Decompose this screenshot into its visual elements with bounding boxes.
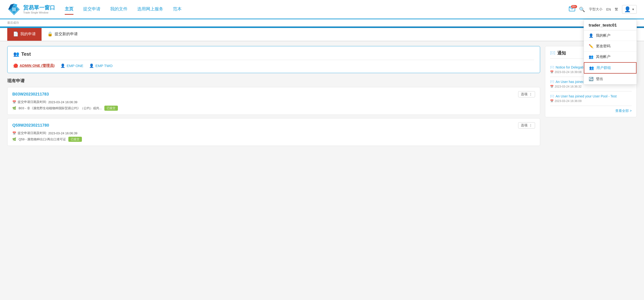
options-button-2[interactable]: 选项 ⋮ <box>518 122 535 129</box>
dropdown-user-group[interactable]: 👥 用户群组 <box>584 62 636 74</box>
dropdown-logout[interactable]: ↪️ 登出 <box>584 74 636 84</box>
header-right: 99+ 🔍 字型大小 EN 繁 👤 ▼ <box>569 5 637 14</box>
user-icon: 👤 <box>624 6 631 12</box>
desc-icon-2: 🌿 <box>12 138 16 141</box>
chevron-down-icon: ▼ <box>632 8 634 11</box>
status-badge-1: 已提交 <box>104 106 118 111</box>
dropdown-change-password-label: 更改密码 <box>596 44 610 48</box>
notif-date-3: 📅 2023-03-24 16:36:09 <box>550 99 632 103</box>
section-current-title: 现有申请 <box>7 78 540 84</box>
date-value-1: 2023-03-24 16:06:39 <box>48 100 78 104</box>
notif-date-value-1: 2023-03-24 16:39:08 <box>554 70 582 74</box>
last-login-text: 最后成功 <box>7 21 19 24</box>
notif-text-1: Notice for Delegation <box>556 65 587 69</box>
logo-icon <box>7 3 21 16</box>
app-card-1: B03W20230211783 选项 ⋮ 📅 提交申请日期及时间: 2023-0… <box>7 87 540 115</box>
user-group-card: 👥 Test 🔴 ADMIN ONE (管理员) 👤 EMP ONE 👤 EMP… <box>7 46 540 73</box>
app-meta-2: 📅 提交申请日期及时间: 2023-03-24 16:06:39 <box>12 131 535 135</box>
more-icon-1: ⋮ <box>529 92 532 96</box>
dropdown-logout-label: 登出 <box>596 77 603 81</box>
notif-mail-icon-3: ✉️ <box>550 94 554 98</box>
options-label-2: 选项 <box>521 123 528 128</box>
lang-tc-button[interactable]: 繁 <box>615 7 618 11</box>
app-card-1-header: B03W20230211783 选项 ⋮ <box>12 91 535 97</box>
members-row: 🔴 ADMIN ONE (管理员) 👤 EMP ONE 👤 EMP TWO <box>13 63 534 68</box>
person-icon: 👤 <box>589 33 594 38</box>
dropdown-username: trader_testc01 <box>584 19 636 30</box>
notif-date-value-2: 2023-03-24 16:36:32 <box>554 85 582 88</box>
status-badge-2: 已提交 <box>68 137 82 142</box>
calendar-icon-notif-1: 📅 <box>550 70 554 74</box>
dropdown-menu: trader_testc01 👤 我的帐户 ✏️ 更改密码 👥 其他帐户 👥 用… <box>584 19 637 85</box>
date-label-2: 提交申请日期及时间: <box>18 131 47 135</box>
group-name: Test <box>21 51 31 57</box>
nav-services[interactable]: 选用网上服务 <box>137 6 163 13</box>
member-emp-two[interactable]: 👤 EMP TWO <box>89 63 112 68</box>
emp-one-label: EMP ONE <box>67 64 83 68</box>
date-value-2: 2023-03-24 16:06:39 <box>48 132 78 135</box>
emp-two-label: EMP TWO <box>96 64 112 68</box>
nav-my-files[interactable]: 我的文件 <box>110 6 128 13</box>
search-button[interactable]: 🔍 <box>579 6 585 12</box>
font-size-label: 字型大小 <box>589 7 602 11</box>
nav-submit[interactable]: 提交申请 <box>83 6 100 13</box>
notif-date-2: 📅 2023-03-24 16:36:32 <box>550 85 632 88</box>
notif-mail-icon-1: ✉️ <box>550 65 554 69</box>
logo-text: 贸易單一窗口 Trade Single Window <box>23 4 55 14</box>
dropdown-change-password[interactable]: ✏️ 更改密码 <box>584 41 636 52</box>
lock-icon: 🔒 <box>47 31 53 37</box>
header: 贸易單一窗口 Trade Single Window 主页 提交申请 我的文件 … <box>0 0 644 19</box>
user-group-title: 👥 Test <box>13 51 534 60</box>
main-layout: 👥 Test 🔴 ADMIN ONE (管理员) 👤 EMP ONE 👤 EMP… <box>0 41 644 154</box>
notif-mail-icon-2: ✉️ <box>550 80 554 84</box>
notif-text-3: An User has joined your User Pool - Test <box>556 94 617 98</box>
pencil-icon: ✏️ <box>589 44 594 48</box>
calendar-icon-notif-3: 📅 <box>550 99 554 103</box>
admin-one-label: ADMIN ONE (管理员) <box>20 63 54 68</box>
notification-panel-label: 通知 <box>557 50 566 56</box>
people-icon-group: 👥 <box>589 66 594 70</box>
app-card-2: Q59W20230211780 选项 ⋮ 📅 提交申请日期及时间: 2023-0… <box>7 118 540 146</box>
nav-templates[interactable]: 范本 <box>173 6 182 13</box>
emp-one-icon: 👤 <box>60 63 65 68</box>
options-label-1: 选项 <box>521 92 528 96</box>
logout-icon: ↪️ <box>589 77 594 81</box>
calendar-icon-notif-2: 📅 <box>550 85 554 88</box>
notification-panel-icon: ✉️ <box>550 50 555 56</box>
logo-en: Trade Single Window <box>23 11 55 14</box>
dropdown-other-accounts[interactable]: 👥 其他帐户 <box>584 52 636 62</box>
dropdown-my-account[interactable]: 👤 我的帐户 <box>584 30 636 41</box>
desc-icon-1: 🌿 <box>12 106 16 110</box>
date-label-1: 提交申请日期及时间: <box>18 100 47 104</box>
group-icon: 👥 <box>13 51 19 57</box>
app-id-2[interactable]: Q59W20230211780 <box>12 123 49 128</box>
svg-marker-2 <box>12 7 16 11</box>
logo-area: 贸易單一窗口 Trade Single Window <box>7 3 55 16</box>
people-icon-other: 👥 <box>589 54 594 59</box>
app-desc-2: 🌿 Q59 - 濒危物种出口/再出口准可证 已提交 <box>12 137 535 142</box>
nav-home[interactable]: 主页 <box>65 6 74 13</box>
lang-en-button[interactable]: EN <box>606 7 611 11</box>
member-emp-one[interactable]: 👤 EMP ONE <box>60 63 83 68</box>
tabs-area: 📄 我的申请 🔒 提交新的申请 <box>0 28 644 41</box>
tab-submit-new[interactable]: 🔒 提交新的申请 <box>42 28 84 41</box>
calendar-icon-1: 📅 <box>12 100 16 104</box>
app-desc-1: 🌿 B03 - 非《濒危野生动植物种国际贸易公约》（公约）或尚... 已提交 <box>12 106 535 111</box>
doc-icon: 📄 <box>13 31 18 37</box>
tab-submit-new-label: 提交新的申请 <box>54 32 78 37</box>
desc-text-2: Q59 - 濒危物种出口/再出口准可证 <box>18 137 66 142</box>
notification-button[interactable]: 99+ <box>569 6 575 12</box>
tab-my-applications[interactable]: 📄 我的申请 <box>7 28 42 41</box>
notification-title-3[interactable]: ✉️ An User has joined your User Pool - T… <box>550 94 632 98</box>
options-button-1[interactable]: 选项 ⋮ <box>518 91 535 97</box>
sub-header: 最后成功 <box>0 19 644 26</box>
member-admin-one[interactable]: 🔴 ADMIN ONE (管理员) <box>13 63 54 68</box>
user-menu-button[interactable]: 👤 ▼ <box>622 5 637 14</box>
app-id-1[interactable]: B03W20230211783 <box>12 92 49 97</box>
see-all-button[interactable]: 查看全部 > <box>550 109 632 113</box>
notification-badge: 99+ <box>571 5 577 8</box>
dropdown-other-accounts-label: 其他帐户 <box>596 54 610 59</box>
left-content: 👥 Test 🔴 ADMIN ONE (管理员) 👤 EMP ONE 👤 EMP… <box>7 46 540 149</box>
tab-my-applications-label: 我的申请 <box>20 32 36 37</box>
calendar-icon-2: 📅 <box>12 132 16 135</box>
